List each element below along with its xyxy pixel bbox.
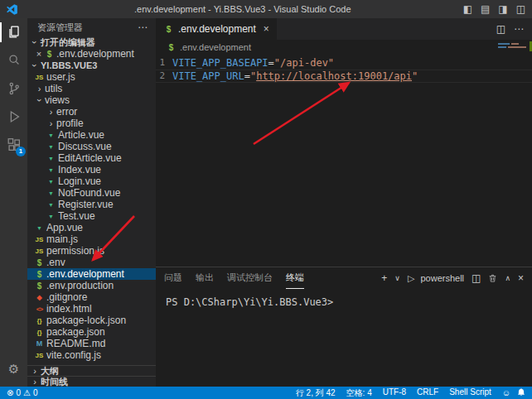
file-label: utils <box>45 83 62 94</box>
close-icon[interactable]: × <box>264 23 269 35</box>
sidebar-explorer: 资源管理器 ⋯ › 打开的编辑器 × $ .env.development › … <box>27 18 156 387</box>
tree-item-error[interactable]: ›error <box>27 106 156 118</box>
tree-item-Login.vue[interactable]: ▼Login.vue <box>27 175 156 187</box>
js-icon: JS <box>34 236 45 243</box>
new-terminal-icon[interactable]: + <box>381 272 387 284</box>
more-actions-icon[interactable]: ⋯ <box>514 23 524 35</box>
tree-item-Register.vue[interactable]: ▼Register.vue <box>27 199 156 210</box>
kill-terminal-icon[interactable] <box>488 273 497 283</box>
panel-tab-debug-console[interactable]: 调试控制台 <box>227 267 273 289</box>
status-language-mode[interactable]: Shell Script <box>449 387 491 399</box>
tree-item-index.html[interactable]: <>index.html <box>27 303 156 315</box>
tree-item-profile[interactable]: ›profile <box>27 118 156 129</box>
more-actions-icon[interactable]: ⋯ <box>138 22 148 33</box>
activity-search[interactable] <box>0 46 27 75</box>
tree-item-package.json[interactable]: {}package.json <box>27 326 156 338</box>
tab-bar: $ .env.development × ◫ ⋯ <box>156 18 532 40</box>
customize-layout-icon[interactable]: ◫ <box>516 3 525 15</box>
open-editors-header[interactable]: › 打开的编辑器 <box>27 36 156 48</box>
open-editor-item[interactable]: × $ .env.development <box>27 48 156 60</box>
terminal-output[interactable]: PS D:\CSharp\Yi\Yi.BBS.Vue3> <box>156 289 532 308</box>
file-label: EditArticle.vue <box>58 152 122 164</box>
activity-extensions[interactable]: 1 <box>0 131 27 159</box>
toggle-sidebar-icon[interactable]: ◧ <box>463 3 472 15</box>
maximize-panel-icon[interactable]: ∧ <box>505 274 510 282</box>
code-line-1: 1VITE_APP_BASEAPI="/api-dev" <box>156 56 532 70</box>
panel-tab-output[interactable]: 输出 <box>196 267 214 289</box>
gear-icon: ⚙ <box>8 362 19 377</box>
code-lines[interactable]: 1VITE_APP_BASEAPI="/api-dev"2VITE_APP_UR… <box>156 55 532 83</box>
file-label: Login.vue <box>58 175 101 187</box>
shellscript-icon: $ <box>163 25 174 34</box>
terminal-instance[interactable]: ▷ powershell <box>408 273 464 284</box>
tree-item-Index.vue[interactable]: ▼Index.vue <box>27 164 156 175</box>
status-problems[interactable]: ⊗ 0 ⚠ 0 <box>7 388 37 397</box>
file-label: package-lock.json <box>46 315 126 326</box>
toggle-panel-icon[interactable]: ▤ <box>481 3 490 15</box>
tree-item-EditArticle.vue[interactable]: ▼EditArticle.vue <box>27 152 156 164</box>
tree-item-.env[interactable]: $.env <box>27 257 156 268</box>
split-editor-icon[interactable]: ◫ <box>496 23 505 35</box>
tree-item-Article.vue[interactable]: ▼Article.vue <box>27 129 156 141</box>
tree-item-NotFound.vue[interactable]: ▼NotFound.vue <box>27 187 156 199</box>
file-tree: JSuser.js›utils›views›error›profile▼Arti… <box>27 71 156 361</box>
minimap[interactable] <box>498 43 528 50</box>
tree-item-package-lock.json[interactable]: {}package-lock.json <box>27 315 156 326</box>
line-content: VITE_APP_BASEAPI="/api-dev" <box>172 56 334 70</box>
tree-item-permission.js[interactable]: JSpermission.js <box>27 245 156 257</box>
tree-item-.env.production[interactable]: $.env.production <box>27 280 156 291</box>
vue-icon: ▼ <box>46 214 56 219</box>
chevron-down-icon[interactable]: ∨ <box>394 274 400 282</box>
toggle-secondary-sidebar-icon[interactable]: ◨ <box>498 3 507 15</box>
status-indentation[interactable]: 空格: 4 <box>346 387 372 399</box>
close-panel-icon[interactable]: × <box>518 272 524 284</box>
file-label: Article.vue <box>58 129 104 141</box>
chevron-right-icon: › <box>30 366 40 376</box>
panel-tab-terminal[interactable]: 终端 <box>286 267 304 289</box>
file-label: Register.vue <box>58 199 114 210</box>
tree-item-.gitignore[interactable]: ◆.gitignore <box>27 291 156 303</box>
status-right: 行 2, 列 42空格: 4UTF-8CRLFShell Script <box>296 387 491 399</box>
tree-item-Test.vue[interactable]: ▼Test.vue <box>27 210 156 222</box>
editor-actions: ◫ ⋯ <box>496 18 532 40</box>
activity-explorer[interactable] <box>0 18 27 46</box>
activity-bar: 1 ⚙ <box>0 18 27 387</box>
tree-item-user.js[interactable]: JSuser.js <box>27 71 156 83</box>
tree-item-main.js[interactable]: JSmain.js <box>27 233 156 245</box>
tree-item-utils[interactable]: ›utils <box>27 83 156 94</box>
panel-tab-problems[interactable]: 问题 <box>164 267 182 289</box>
sidebar-title: 资源管理器 <box>37 22 83 34</box>
outline-section[interactable]: › 大纲 <box>27 365 156 376</box>
file-label: README.md <box>46 338 105 349</box>
status-encoding[interactable]: UTF-8 <box>383 387 406 399</box>
code-token: VITE_APP_URL <box>172 70 244 82</box>
breadcrumb[interactable]: $ .env.development <box>156 40 532 55</box>
tree-item-Discuss.vue[interactable]: ▼Discuss.vue <box>27 141 156 152</box>
close-icon[interactable]: × <box>34 49 44 59</box>
tree-item-README.md[interactable]: MREADME.md <box>27 338 156 349</box>
open-editors-label: 打开的编辑器 <box>41 36 95 49</box>
timeline-section[interactable]: › 时间线 <box>27 376 156 387</box>
activity-settings[interactable]: ⚙ <box>0 355 27 383</box>
tab-env-development[interactable]: $ .env.development × <box>156 18 277 40</box>
status-cursor-position[interactable]: 行 2, 列 42 <box>296 387 336 399</box>
split-terminal-icon[interactable]: ◫ <box>472 272 481 284</box>
tree-item-App.vue[interactable]: ▼App.vue <box>27 222 156 233</box>
feedback-smiley-icon[interactable]: ☺ <box>502 388 510 397</box>
breadcrumb-label: .env.development <box>180 42 251 52</box>
editor-group: $ .env.development × ◫ ⋯ $ .env.developm… <box>156 18 532 267</box>
activity-source-control[interactable] <box>0 75 27 103</box>
file-label: profile <box>56 118 84 129</box>
tree-item-views[interactable]: ›views <box>27 94 156 106</box>
workspace-root-header[interactable]: › YI.BBS.VUE3 <box>27 60 156 71</box>
tree-item-vite.config.js[interactable]: JSvite.config.js <box>27 349 156 361</box>
activity-run-debug[interactable] <box>0 103 27 131</box>
tree-item-.env.development[interactable]: $.env.development <box>27 268 156 280</box>
status-eol[interactable]: CRLF <box>417 387 438 399</box>
chevron-right-icon: › <box>30 377 40 387</box>
chevron-right-icon: › <box>46 107 56 117</box>
notifications-bell-icon[interactable] <box>517 387 525 398</box>
file-label: vite.config.js <box>46 349 101 361</box>
vue-icon: ▼ <box>46 190 56 196</box>
shellscript-icon: $ <box>166 43 177 52</box>
